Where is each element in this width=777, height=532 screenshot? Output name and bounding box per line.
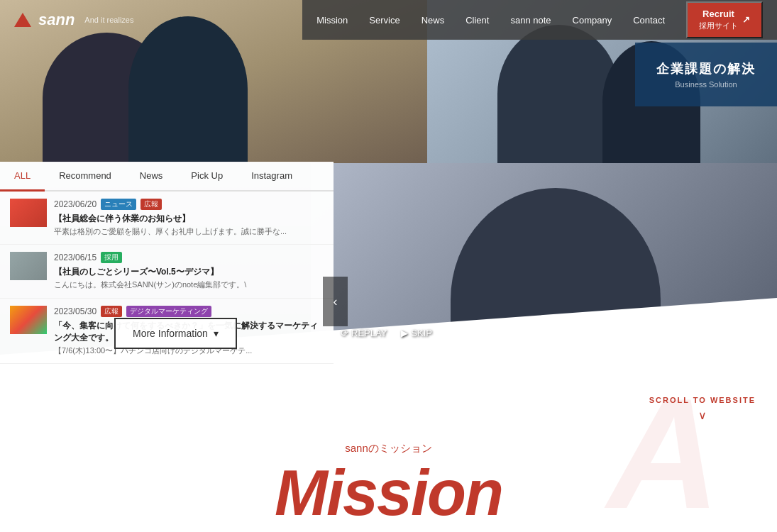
skip-icon: ▶ [401,328,408,338]
news-content: 2023/06/20 ニュース 広報 【社員総会に伴う休業のお知らせ】 平素は格… [54,199,324,237]
news-desc: こんにちは。株式会社SANN(サン)のnote編集部です。\ [54,279,324,290]
replay-label: REPLAY [351,328,387,338]
mission-subtitle: sannのミッション [345,442,432,455]
news-title: 【社員総会に伴う休業のお知らせ】 [54,213,324,225]
news-tag-pr: 広報 [140,199,162,210]
tab-instagram[interactable]: Instagram [237,162,307,190]
logo-area: sann And it realizes [0,0,133,40]
tab-all[interactable]: ALL [0,162,45,192]
skip-label: SKIP [411,328,432,338]
replay-icon: ⟳ [341,328,348,338]
skip-button[interactable]: ▶ SKIP [401,328,432,338]
news-thumbnail [10,306,47,334]
news-tabs: ALL Recommend News Pick Up Instagram [0,162,334,192]
news-tag-pr: 広報 [101,306,122,317]
more-info-label: More Information [133,328,208,339]
external-link-icon: ↗ [742,14,750,26]
nav-company[interactable]: Company [573,15,612,26]
logo-triangle-icon [14,13,31,27]
news-prev-arrow[interactable]: ‹ [323,277,348,326]
nav-service[interactable]: Service [369,15,399,26]
nav-mission[interactable]: Mission [316,15,348,26]
scroll-chevron-icon: ∨ [698,409,707,422]
tab-recommend[interactable]: Recommend [45,162,126,190]
more-info-button[interactable]: More Information ▾ [114,318,237,349]
news-date: 2023/05/30 [54,306,97,316]
news-item[interactable]: 2023/06/15 採用 【社員のしごとシリーズ〜Vol.5〜デジマ】 こんに… [0,245,334,298]
mission-title: Mission [275,461,502,525]
tab-news[interactable]: News [126,162,177,190]
replay-button[interactable]: ⟳ REPLAY [341,328,387,338]
news-date: 2023/06/20 [54,199,97,209]
news-thumbnail [10,252,47,280]
header-nav: Mission Service News Client sann note Co… [302,0,777,40]
recruit-sublabel: 採用サイト [699,21,738,31]
scroll-to-website[interactable]: SCROLL TO WEBSITE ∨ [649,396,756,422]
recruit-button[interactable]: Recruit 採用サイト ↗ [686,1,763,38]
nav-contact[interactable]: Contact [633,15,665,26]
news-tag-digital: デジタルマーケティング [126,306,211,317]
logo-brand[interactable]: sann [38,11,75,29]
video-controls: ⟳ REPLAY ▶ SKIP [341,328,432,338]
nav-client[interactable]: Client [465,15,489,26]
business-solution-box: 企業課題の解決 Business Solution [635,43,777,106]
news-meta: 2023/05/30 広報 デジタルマーケティング [54,306,324,317]
logo-tagline: And it realizes [84,16,133,24]
news-meta: 2023/06/20 ニュース 広報 [54,199,324,210]
tab-pickup[interactable]: Pick Up [177,162,237,190]
recruit-label: Recruit [699,9,738,21]
news-date: 2023/06/15 [54,253,97,262]
news-thumbnail [10,199,47,227]
scroll-label: SCROLL TO WEBSITE [649,396,756,404]
news-tag-recruit: 採用 [101,252,122,263]
news-tag-news: ニュース [101,199,136,210]
chevron-down-icon: ▾ [214,328,219,339]
news-desc: 平素は格別のご愛顧を賜り、厚くお礼申し上げます。誠に勝手な... [54,226,324,237]
news-item[interactable]: 2023/06/20 ニュース 広報 【社員総会に伴う休業のお知らせ】 平素は格… [0,192,334,245]
news-meta: 2023/06/15 採用 [54,252,324,263]
business-solution-ja-text: 企業課題の解決 [656,60,756,77]
nav-sann-note[interactable]: sann note [510,15,551,26]
news-content: 2023/06/15 採用 【社員のしごとシリーズ〜Vol.5〜デジマ】 こんに… [54,252,324,290]
nav-news[interactable]: News [421,15,445,26]
news-title: 【社員のしごとシリーズ〜Vol.5〜デジマ】 [54,266,324,278]
business-solution-en-text: Business Solution [675,80,737,89]
